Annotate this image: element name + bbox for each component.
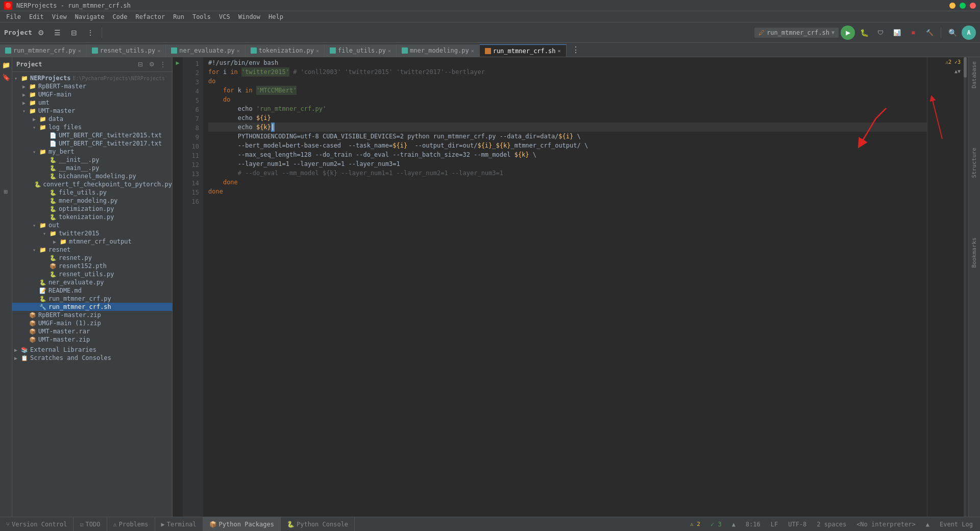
debug-button[interactable]: 🐛: [857, 26, 871, 40]
tree-item-nerevaluate[interactable]: 🐍 ner_evaluate.py: [12, 278, 172, 286]
tree-item-txt2[interactable]: 📄 UMT_BERT_CRF_twitter2017.txt: [12, 139, 172, 148]
more-tabs-button[interactable]: ⋮: [569, 43, 583, 57]
bookmarks-icon[interactable]: 🔖: [1, 71, 12, 83]
tree-item-mtmner-output[interactable]: ▶ 📁 mtmner_crf_output: [12, 237, 172, 246]
scrollbar-track[interactable]: [964, 57, 967, 517]
stop-button[interactable]: ■: [906, 26, 920, 40]
tree-item-root[interactable]: ▾ 📁 NERProjects E:\PycharmProjects\NERPr…: [12, 74, 172, 82]
menu-vcs[interactable]: VCS: [215, 12, 234, 21]
build-button[interactable]: 🔨: [922, 26, 937, 40]
tree-collapse-all[interactable]: ⊟: [135, 59, 145, 69]
tab-close-icon[interactable]: ✕: [316, 48, 319, 54]
tree-item-twitter2015[interactable]: ▾ 📁 twitter2015: [12, 229, 172, 237]
indent[interactable]: 2 spaces: [814, 520, 849, 529]
menu-navigate[interactable]: Navigate: [71, 12, 109, 21]
tree-item-scratches[interactable]: ▶ 📋 Scratches and Consoles: [12, 354, 172, 362]
tree-item-txt1[interactable]: 📄 UMT_BERT_CRF_twitter2015.txt: [12, 131, 172, 139]
coverage-button[interactable]: 🛡: [873, 26, 888, 40]
tree-item-resnetutils[interactable]: 🐍 resnet_utils.py: [12, 270, 172, 278]
tree-item-umgf[interactable]: ▶ 📁 UMGF-main: [12, 90, 172, 99]
maximize-button[interactable]: □: [960, 3, 966, 9]
structure-panel-icon[interactable]: Structure: [969, 143, 979, 182]
tree-item-runpy[interactable]: 🐍 run_mtmner_crf.py: [12, 295, 172, 303]
tree-item-umt-master[interactable]: ▾ 📁 UMT-master: [12, 107, 172, 115]
menu-help[interactable]: Help: [264, 12, 287, 21]
tab-close-icon[interactable]: ✕: [388, 48, 391, 54]
tree-item-external-libs[interactable]: ▶ 📚 External Libraries: [12, 346, 172, 354]
tree-item-out[interactable]: ▾ 📁 out: [12, 221, 172, 229]
profile-button[interactable]: 📊: [890, 26, 904, 40]
encoding[interactable]: UTF-8: [785, 520, 810, 529]
close-button[interactable]: ✕: [970, 3, 976, 9]
tab-run-mtmner-py[interactable]: run_mtmner_crf.py ✕: [0, 44, 87, 57]
tree-item-rpbert-zip[interactable]: 📦 RpBERT-master.zip: [12, 311, 172, 319]
project-panel-icon[interactable]: 📁: [1, 59, 12, 70]
status-tab-problems[interactable]: ⚠ Problems: [107, 517, 155, 532]
check-count[interactable]: ✓ 3: [707, 520, 725, 529]
tab-mner-modeling[interactable]: mner_modeling.py ✕: [397, 44, 480, 57]
event-log[interactable]: Event Log: [937, 520, 976, 529]
menu-window[interactable]: Window: [234, 12, 264, 21]
tree-item-umgf-zip[interactable]: 📦 UMGF-main (1).zip: [12, 319, 172, 327]
status-tab-python-packages[interactable]: 📦 Python Packages: [203, 517, 281, 532]
status-tab-version-control[interactable]: ⑂ Version Control: [0, 517, 74, 532]
tab-close-icon[interactable]: ✕: [471, 48, 474, 54]
menu-run[interactable]: Run: [169, 12, 188, 21]
menu-code[interactable]: Code: [109, 12, 132, 21]
user-avatar[interactable]: A: [962, 26, 976, 40]
tree-more[interactable]: ⋮: [158, 59, 168, 69]
tab-run-mtmner-sh[interactable]: run_mtmner_crf.sh ✕: [480, 44, 567, 57]
cursor-position[interactable]: 8:16: [743, 520, 764, 529]
tree-item-convert[interactable]: 🐍 convert_tf_checkpoint_to_pytorch.py: [12, 180, 172, 188]
tree-item-logfiles[interactable]: ▾ 📁 log files: [12, 123, 172, 131]
run-button[interactable]: ▶: [841, 26, 855, 40]
tree-item-bichannel[interactable]: 🐍 bichannel_modeling.py: [12, 172, 172, 180]
tree-item-rpbert[interactable]: ▶ 📁 RpBERT-master: [12, 82, 172, 90]
status-tab-python-console[interactable]: 🐍 Python Console: [281, 517, 355, 532]
run-line-1[interactable]: ▶: [173, 58, 183, 67]
window-controls[interactable]: _ □ ✕: [949, 3, 976, 9]
status-tab-terminal[interactable]: ▶ Terminal: [155, 517, 203, 532]
layout-button[interactable]: ☰: [51, 26, 65, 40]
more-button[interactable]: ⋮: [83, 26, 97, 40]
tab-ner-evaluate[interactable]: ner_evaluate.py ✕: [166, 44, 245, 57]
interpreter[interactable]: <No interpreter>: [853, 520, 919, 529]
tab-close-icon[interactable]: ✕: [157, 48, 160, 54]
tree-item-runsh[interactable]: 🔧 run_mtmner_crf.sh: [12, 303, 172, 311]
tree-item-fileutils[interactable]: 🐍 file_utils.py: [12, 188, 172, 197]
tab-close-icon[interactable]: ✕: [557, 48, 560, 54]
tab-resnet-utils[interactable]: resnet_utils.py ✕: [87, 44, 166, 57]
tree-item-init[interactable]: 🐍 __init__.py: [12, 156, 172, 164]
bookmarks-panel-icon[interactable]: Bookmarks: [969, 233, 979, 272]
tree-item-umt-zip[interactable]: 📦 UMT-master.zip: [12, 335, 172, 344]
tree-item-umt[interactable]: ▶ 📁 umt: [12, 99, 172, 107]
settings-button[interactable]: ⚙: [34, 26, 48, 40]
tab-close-icon[interactable]: ✕: [237, 48, 240, 54]
scroll-indicator-up[interactable]: ▲: [729, 520, 739, 529]
search-everywhere-button[interactable]: 🔍: [945, 26, 960, 40]
tree-item-main[interactable]: 🐍 __main__.py: [12, 164, 172, 172]
menu-file[interactable]: File: [2, 12, 25, 21]
tab-close-icon[interactable]: ✕: [78, 48, 81, 54]
structure-icon[interactable]: ⊞: [1, 186, 12, 197]
warning-count[interactable]: ⚠ 2: [687, 520, 703, 528]
tree-item-mybert[interactable]: ▾ 📁 my_bert: [12, 148, 172, 156]
tree-item-tokenization[interactable]: 🐍 tokenization.py: [12, 213, 172, 221]
database-panel-icon[interactable]: Database: [969, 57, 979, 92]
scrollbar-thumb[interactable]: [964, 57, 967, 78]
menu-edit[interactable]: Edit: [25, 12, 48, 21]
tree-item-data[interactable]: ▶ 📁 data: [12, 115, 172, 123]
tree-item-umt-rar[interactable]: 📦 UMT-master.rar: [12, 327, 172, 335]
run-config-selector[interactable]: 🖊 run_mtmner_crf.sh ▼: [754, 28, 839, 38]
code-area[interactable]: #!/usr/bin/env bash for i in 'twitter201…: [203, 57, 927, 517]
minimize-button[interactable]: _: [949, 3, 955, 9]
tree-item-resnet[interactable]: ▾ 📁 resnet: [12, 246, 172, 254]
collapse-button[interactable]: ⊟: [67, 26, 81, 40]
line-ending[interactable]: LF: [768, 520, 781, 529]
tab-tokenization[interactable]: tokenization.py ✕: [246, 44, 325, 57]
menu-view[interactable]: View: [48, 12, 71, 21]
tree-settings[interactable]: ⚙: [146, 59, 157, 69]
tree-item-resnet152[interactable]: 📦 resnet152.pth: [12, 262, 172, 270]
tree-item-optimization[interactable]: 🐍 optimization.py: [12, 205, 172, 213]
tree-item-resnetpy[interactable]: 🐍 resnet.py: [12, 254, 172, 262]
